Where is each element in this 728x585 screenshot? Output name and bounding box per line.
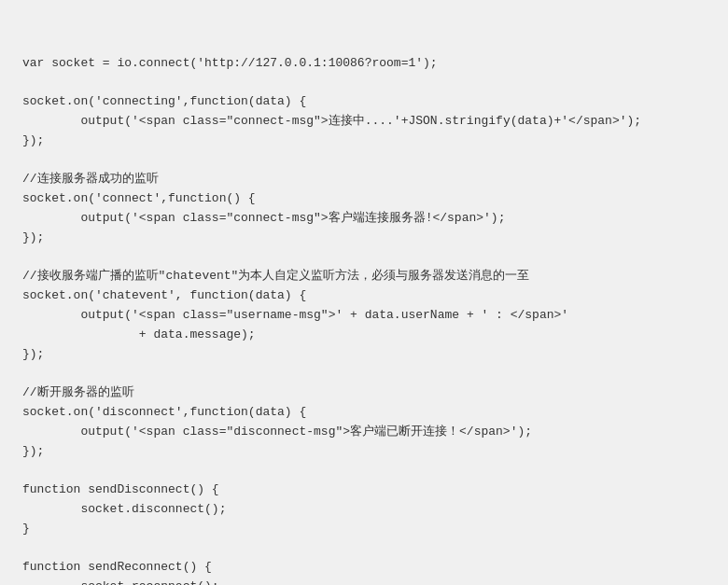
code-line [22, 73, 706, 92]
code-line: output('<span class="connect-msg">连接中...… [22, 112, 706, 132]
code-line: } [22, 520, 706, 539]
code-line [22, 539, 706, 559]
code-line: output('<span class="disconnect-msg">客户端… [22, 423, 706, 442]
code-line: socket.on('chatevent', function(data) { [22, 286, 706, 306]
code-line: //断开服务器的监听 [22, 383, 706, 403]
code-line: socket.disconnect(); [22, 500, 706, 520]
code-container: var socket = io.connect('http://127.0.0.… [0, 0, 728, 585]
code-line: //接收服务端广播的监听"chatevent"为本人自定义监听方法，必须与服务器… [22, 267, 706, 286]
code-line: socket.on('connecting',function(data) { [22, 92, 706, 112]
code-line: output('<span class="connect-msg">客户端连接服… [22, 209, 706, 229]
code-line [22, 151, 706, 171]
code-line: + data.message); [22, 326, 706, 345]
code-line [22, 461, 706, 481]
code-line: }); [22, 442, 706, 462]
code-line [22, 248, 706, 268]
code-line: }); [22, 345, 706, 365]
code-block: var socket = io.connect('http://127.0.0.… [22, 54, 706, 585]
code-line: output('<span class="username-msg">' + d… [22, 306, 706, 326]
code-line: function sendReconnect() { [22, 558, 706, 578]
code-line: //连接服务器成功的监听 [22, 170, 706, 189]
code-line: socket.reconnect(); [22, 578, 706, 585]
code-line: socket.on('disconnect',function(data) { [22, 403, 706, 423]
code-line: }); [22, 132, 706, 151]
code-line: var socket = io.connect('http://127.0.0.… [22, 54, 706, 74]
code-line: }); [22, 229, 706, 248]
code-line: function sendDisconnect() { [22, 481, 706, 500]
code-line [22, 364, 706, 383]
code-line: socket.on('connect',function() { [22, 189, 706, 209]
